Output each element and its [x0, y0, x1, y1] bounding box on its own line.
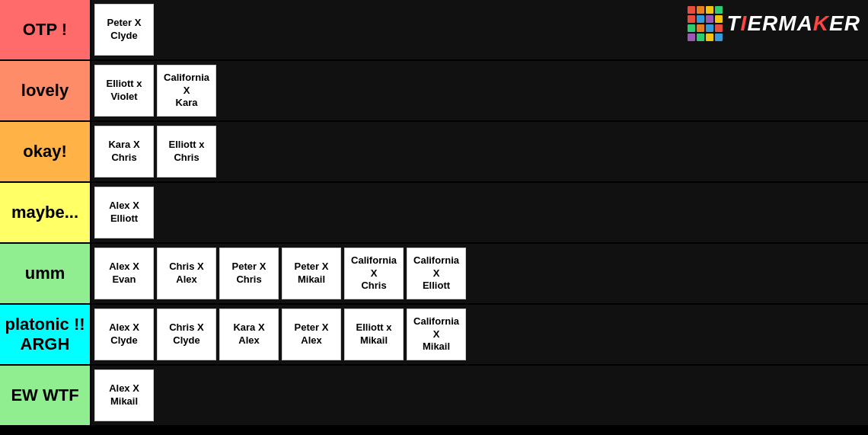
logo-grid-cell: [697, 34, 704, 41]
tier-item[interactable]: California X Kara: [157, 65, 216, 117]
tier-item[interactable]: Elliott x Chris: [157, 126, 216, 178]
tier-label-otp: OTP !: [0, 0, 91, 59]
tier-label-umm: umm: [0, 244, 91, 303]
logo-grid-icon: [688, 6, 723, 41]
tier-list: OTP !Peter X ClydelovelyElliott x Violet…: [0, 0, 868, 427]
tier-item[interactable]: Peter X Alex: [282, 309, 341, 360]
logo-grid-cell: [706, 34, 713, 41]
tier-row-lovely: lovelyElliott x VioletCalifornia X Kara: [0, 61, 868, 122]
tier-item[interactable]: California X Chris: [344, 248, 404, 299]
logo-grid-cell: [688, 15, 695, 23]
logo-grid-cell: [688, 6, 695, 14]
tier-item[interactable]: Peter X Chris: [219, 248, 279, 299]
logo-grid-cell: [688, 24, 695, 32]
logo-grid-cell: [697, 24, 704, 32]
logo-grid-cell: [706, 6, 713, 14]
tier-items-okay: Kara X ChrisElliott x Chris: [91, 122, 868, 181]
tier-item[interactable]: Alex X Evan: [94, 248, 154, 299]
page-container: TiERMAKER OTP !Peter X ClydelovelyElliot…: [0, 0, 868, 435]
tier-label-okay: okay!: [0, 122, 91, 181]
tier-items-lovely: Elliott x VioletCalifornia X Kara: [91, 61, 868, 120]
tier-item[interactable]: Kara X Alex: [219, 309, 279, 360]
logo-a: A: [797, 11, 813, 35]
tier-item[interactable]: Elliott x Violet: [94, 65, 154, 117]
tier-item[interactable]: California X Elliott: [407, 248, 466, 299]
logo-text: TiERMAKER: [727, 11, 861, 36]
logo-grid-cell: [715, 6, 723, 14]
logo-grid-cell: [697, 15, 704, 23]
logo-e: ER: [747, 11, 778, 35]
tier-item[interactable]: Peter X Clyde: [94, 4, 154, 56]
tier-row-ew: EW WTFAlex X Mikail: [0, 366, 868, 427]
logo-grid-cell: [715, 15, 723, 23]
logo-grid-cell: [688, 34, 695, 41]
tier-item[interactable]: Alex X Mikail: [94, 369, 154, 421]
logo-k: K: [813, 11, 829, 35]
tier-row-platonic: platonic !! ARGHAlex X ClydeChris X Clyd…: [0, 305, 868, 366]
tier-items-umm: Alex X EvanChris X AlexPeter X ChrisPete…: [91, 244, 868, 303]
tier-row-okay: okay!Kara X ChrisElliott x Chris: [0, 122, 868, 183]
logo-m: M: [778, 11, 796, 35]
tier-item[interactable]: Alex X Elliott: [94, 187, 154, 238]
tiermaker-logo: TiERMAKER: [688, 6, 861, 41]
tier-item[interactable]: California X Mikail: [407, 309, 466, 360]
tier-item[interactable]: Peter X Mikail: [282, 248, 341, 299]
logo-grid-cell: [706, 15, 713, 23]
tier-label-maybe: maybe...: [0, 183, 91, 242]
tier-label-lovely: lovely: [0, 61, 91, 120]
tier-item[interactable]: Chris X Alex: [157, 248, 216, 299]
tier-item[interactable]: Alex X Clyde: [94, 309, 154, 360]
tier-items-platonic: Alex X ClydeChris X ClydeKara X AlexPete…: [91, 305, 868, 364]
logo-grid-cell: [715, 34, 723, 41]
tier-row-umm: ummAlex X EvanChris X AlexPeter X ChrisP…: [0, 244, 868, 305]
tier-items-maybe: Alex X Elliott: [91, 183, 868, 242]
logo-grid-cell: [715, 24, 723, 32]
tier-item[interactable]: Kara X Chris: [94, 126, 154, 178]
logo-grid-cell: [697, 6, 704, 14]
logo-t: T: [727, 11, 741, 35]
tier-label-platonic: platonic !! ARGH: [0, 305, 91, 364]
tier-row-maybe: maybe...Alex X Elliott: [0, 183, 868, 244]
header: TiERMAKER: [688, 6, 861, 41]
logo-grid-cell: [706, 24, 713, 32]
tier-item[interactable]: Elliott x Mikail: [344, 309, 404, 360]
logo-er2: ER: [829, 11, 860, 35]
tier-item[interactable]: Chris X Clyde: [157, 309, 216, 360]
tier-items-ew: Alex X Mikail: [91, 366, 868, 425]
tier-label-ew: EW WTF: [0, 366, 91, 425]
